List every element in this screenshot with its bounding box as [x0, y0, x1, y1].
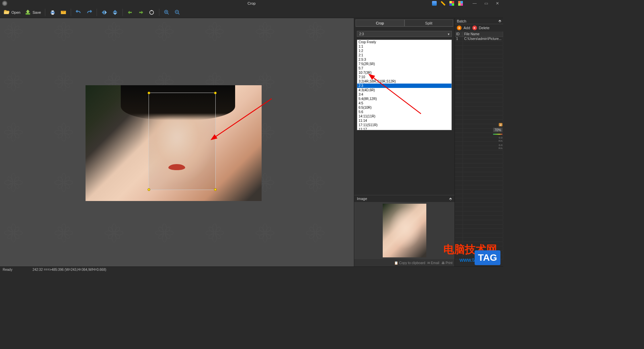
minimize-button[interactable]: —	[469, 0, 480, 7]
status-ready: Ready	[3, 268, 12, 271]
ratio-option[interactable]: 6:5(10R)	[357, 105, 451, 110]
table-row-empty	[455, 216, 503, 220]
ratio-option[interactable]: 3:4	[357, 92, 451, 97]
note-icon[interactable]	[432, 1, 437, 6]
tab-split[interactable]: Split	[405, 19, 453, 27]
table-row-empty	[455, 242, 503, 246]
copy-clipboard-button[interactable]: 📋 Copy to clipboard	[394, 261, 425, 265]
ratio-option[interactable]: 1:2	[357, 49, 451, 53]
table-row-empty	[455, 111, 503, 115]
col-id[interactable]: ID	[455, 32, 463, 37]
close-button[interactable]: ✕	[492, 0, 503, 7]
crop-handle-br[interactable]	[214, 188, 217, 191]
table-row-empty	[455, 181, 503, 185]
print-button[interactable]	[48, 8, 57, 16]
ratio-list[interactable]: Crop Freely1:11:22:12.5:37:5(2R,5R)5:710…	[357, 40, 452, 130]
ratio-option[interactable]: 14:11(11R)	[357, 114, 451, 118]
tab-crop[interactable]: Crop	[356, 19, 405, 27]
ratio-option[interactable]: 4:3(4D,6R)	[357, 88, 451, 92]
table-row-empty	[455, 115, 503, 120]
titlebar: Crop — ▭ ✕	[0, 0, 503, 7]
ratio-option[interactable]: 2:1	[357, 53, 451, 57]
zoom-out-button[interactable]	[173, 8, 182, 16]
ratio-option[interactable]: 2.5:3	[357, 57, 451, 62]
crop-selection[interactable]	[149, 93, 216, 190]
pencil-icon[interactable]	[441, 1, 445, 6]
table-row-empty	[455, 85, 503, 89]
pin-icon[interactable]: ⬘	[449, 195, 452, 202]
print-action-button[interactable]: 🖶 Print	[441, 261, 452, 265]
main-area: Crop Split 2:3 ▾ Crop Freely1:11:22:12.5…	[0, 18, 503, 266]
indicator-rate2: 0.0K/s	[498, 144, 502, 150]
save-icon	[24, 9, 31, 16]
crop-handle-tl[interactable]	[148, 92, 150, 94]
ratio-option[interactable]: 17:11(S11R)	[357, 123, 451, 127]
col-filename[interactable]: File Name	[463, 32, 503, 37]
table-row[interactable]: 1C:\Users\admin\Picture...	[455, 37, 503, 41]
undo-button[interactable]	[74, 8, 83, 16]
free-rotate-button[interactable]	[147, 8, 156, 16]
window-title: Crop	[248, 1, 256, 5]
ratio-option[interactable]: 1:1	[357, 44, 451, 49]
email-button[interactable]	[59, 8, 68, 16]
table-row-empty	[455, 76, 503, 81]
table-row-empty	[455, 225, 503, 229]
ratio-dropdown[interactable]: 2:3 ▾	[357, 31, 452, 37]
zoom-in-icon	[163, 9, 170, 16]
flip-vertical-button[interactable]	[110, 8, 120, 16]
batch-buttons: + Add × Delete	[455, 24, 503, 32]
ratio-option[interactable]: 3:2(4R,S8R,S10R,S12R)	[357, 79, 451, 84]
rotate-right-button[interactable]	[136, 8, 146, 16]
window-controls: — ▭ ✕	[469, 0, 503, 7]
email-action-button[interactable]: ✉ Email	[427, 261, 439, 265]
batch-table-header: ID File Name	[455, 32, 503, 37]
ratio-option[interactable]: 4:5	[357, 101, 451, 105]
redo-icon	[86, 9, 93, 16]
open-label: Open	[11, 10, 20, 14]
ratio-option[interactable]: 5:6	[357, 110, 451, 114]
rotate-free-icon	[148, 9, 155, 16]
ratio-option[interactable]: 7:5(2R,5R)	[357, 62, 451, 66]
pin-icon[interactable]: ⬘	[498, 19, 501, 23]
table-row-empty	[455, 168, 503, 172]
printer-icon	[49, 9, 56, 16]
add-button[interactable]: Add	[464, 26, 470, 30]
ratio-option[interactable]: 11:14	[357, 118, 451, 123]
redo-button[interactable]	[85, 8, 94, 16]
batch-title: Batch	[457, 19, 466, 23]
annotation-arrow-1	[208, 95, 275, 142]
app-icon	[2, 1, 7, 6]
tag-badge: TAG	[475, 250, 500, 265]
ratio-option[interactable]: 10:7(3R)	[357, 70, 451, 75]
save-button[interactable]: Save	[23, 8, 42, 16]
grid-icon-1[interactable]	[449, 1, 454, 6]
preview-actions: 📋 Copy to clipboard ✉ Email 🖶 Print	[354, 259, 454, 266]
ratio-option[interactable]: 5:7	[357, 66, 451, 70]
crop-handle-bl[interactable]	[148, 188, 150, 191]
toolbar: Open Save	[0, 7, 503, 18]
image-panel-title: Image	[357, 195, 367, 202]
indicator-rate1: 0.0K/s	[498, 136, 502, 142]
table-row-empty	[455, 150, 503, 155]
table-row-empty	[455, 194, 503, 198]
envelope-icon	[60, 9, 67, 16]
ratio-option[interactable]: 11:17	[357, 127, 451, 130]
ratio-option[interactable]: 5:4(8R,12R)	[357, 97, 451, 101]
delete-button[interactable]: Delete	[479, 26, 490, 30]
ratio-option[interactable]: 2:3	[357, 84, 451, 88]
toolbar-separator	[71, 9, 71, 16]
ratio-option[interactable]: 7:10	[357, 75, 451, 79]
crop-handle-tr[interactable]	[214, 92, 217, 94]
table-row-empty	[455, 46, 503, 50]
flip-horizontal-button[interactable]	[100, 8, 109, 16]
table-row-empty	[455, 229, 503, 233]
grid-icon-2[interactable]	[458, 1, 463, 6]
batch-panel-header: Batch ⬘	[455, 18, 503, 24]
canvas-area[interactable]	[0, 18, 354, 266]
maximize-button[interactable]: ▭	[480, 0, 492, 7]
rotate-left-button[interactable]	[125, 8, 135, 16]
ratio-option[interactable]: Crop Freely	[357, 40, 451, 44]
zoom-in-button[interactable]	[162, 8, 171, 16]
image-panel-header: Image ⬘	[354, 195, 454, 202]
open-button[interactable]: Open	[2, 8, 22, 16]
